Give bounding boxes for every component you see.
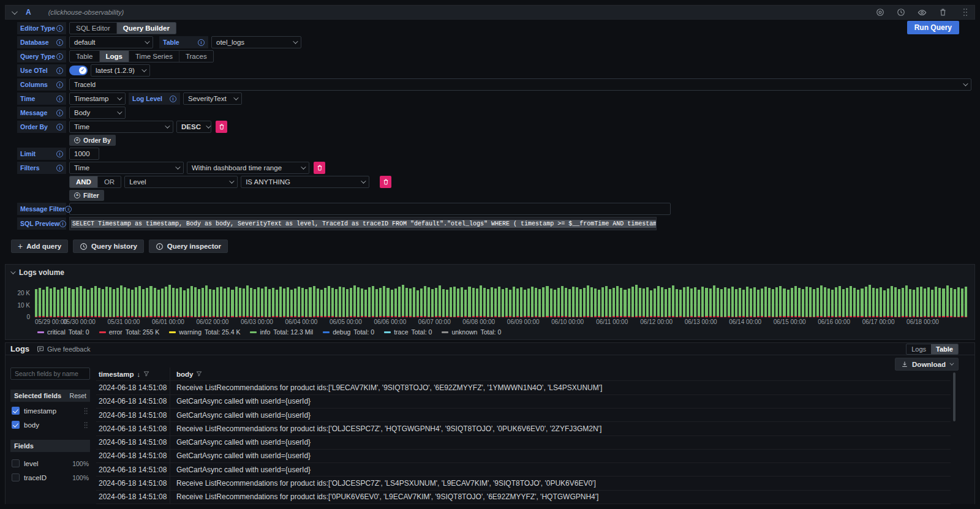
query-type-time-series[interactable]: Time Series [129,51,179,62]
checkbox-checked-icon[interactable] [12,421,20,429]
info-icon[interactable] [198,39,205,46]
info-icon[interactable] [56,96,63,102]
legend-item-error[interactable]: errorTotal: 255 K [99,328,160,336]
time-column-select[interactable]: Timestamp [69,92,126,105]
and-option[interactable]: AND [70,176,98,187]
field-level[interactable]: level 100% [10,458,90,469]
order-by-field-select[interactable]: Time [69,121,173,133]
reset-button[interactable]: Reset [70,392,86,399]
info-icon[interactable] [56,81,63,88]
body-cell: Receive ListRecommendations for product … [170,491,951,503]
timestamp-column-header[interactable]: timestamp [96,371,170,378]
columns-multiselect[interactable]: TraceId [69,78,971,91]
order-by-direction-select[interactable]: DESC [176,121,211,133]
use-otel-toggle[interactable] [69,66,88,75]
limit-input[interactable] [69,148,99,160]
legend-item-critical[interactable]: criticalTotal: 0 [37,328,89,336]
info-icon[interactable] [170,96,176,102]
volume-bar [853,288,856,317]
log-level-select[interactable]: SeverityText [183,92,242,105]
body-column-header[interactable]: body [170,368,951,380]
database-select[interactable]: default [69,36,153,48]
use-otel-row: Use OTel latest (1.2.9) [17,64,975,77]
query-builder-option[interactable]: Query Builder [117,23,176,34]
legend-item-trace[interactable]: traceTotal: 0 [384,328,432,336]
legend-item-debug[interactable]: debugTotal: 0 [323,328,374,336]
drag-handle-icon[interactable] [85,408,88,414]
remove-order-by-button[interactable] [216,121,227,133]
field-traceid[interactable]: traceID 100% [10,472,90,483]
legend-item-info[interactable]: infoTotal: 12.3 Mil [250,328,313,336]
view-logs-option[interactable]: Logs [907,344,931,354]
info-icon[interactable] [56,124,63,130]
legend-item-warning[interactable]: warningTotal: 25.4 K [169,328,240,336]
volume-bar [913,290,915,317]
conjunction-switch: AND OR [69,176,121,188]
query-row-header: A (clickhouse-observability) [5,5,975,20]
info-icon[interactable] [56,151,63,157]
database-label: Database [17,36,66,48]
add-filter-button[interactable]: Filter [69,190,104,201]
query-type-table[interactable]: Table [70,51,100,62]
filter-funnel-icon[interactable] [143,371,149,378]
info-icon[interactable] [65,206,72,213]
info-icon[interactable] [59,221,66,227]
remove-query-trash-icon[interactable] [938,7,948,17]
volume-bar [724,287,726,318]
info-icon[interactable] [56,39,63,46]
drag-handle-icon[interactable] [85,422,88,428]
query-inspector-button[interactable]: Query inspector [149,239,228,253]
info-icon[interactable] [56,53,63,60]
view-table-option[interactable]: Table [931,344,958,354]
query-type-logs[interactable]: Logs [100,51,129,62]
remove-filter-button[interactable] [314,162,325,174]
query-history-icon[interactable] [896,7,906,17]
remove-filter2-button[interactable] [380,176,391,188]
filter-operator-select[interactable]: Within dashboard time range [187,162,309,174]
table-row: 2024-06-18 14:51:08Receive ListRecommend… [96,381,951,394]
volume-bar [227,287,230,317]
add-query-button[interactable]: Add query [11,239,68,253]
query-history-button[interactable]: Query history [73,239,144,253]
limit-row: Limit [17,148,975,160]
checkbox-unchecked-icon[interactable] [12,473,20,481]
message-filter-label: Message Filter [17,203,66,215]
search-fields-input[interactable] [10,368,90,380]
info-icon[interactable] [56,165,63,172]
eye-icon[interactable] [917,7,927,17]
x-axis: 05/29 00:0005/30 00:0005/31 00:0006/01 0… [35,317,967,326]
message-filter-input[interactable] [69,203,671,215]
volume-bar [161,288,164,317]
logs-table-view-toggle: Logs Table [906,344,959,355]
table-select[interactable]: otel_logs [211,36,301,48]
filter-funnel-icon[interactable] [196,371,202,378]
filter2-field-select[interactable]: Level [124,176,238,188]
x-axis-tick: 06/01 00:00 [152,319,184,325]
disable-query-icon[interactable] [875,7,885,17]
volume-bar [239,288,241,317]
collapse-chevron-icon[interactable] [12,9,18,15]
checkbox-unchecked-icon[interactable] [12,459,20,467]
info-icon[interactable] [56,110,63,116]
sort-desc-icon[interactable] [137,371,141,378]
filter-field-select[interactable]: Time [69,162,184,174]
or-option[interactable]: OR [98,176,121,187]
sql-editor-option[interactable]: SQL Editor [70,23,117,34]
legend-item-unknown[interactable]: unknownTotal: 0 [442,328,501,336]
run-query-button[interactable]: Run Query [907,21,959,34]
drag-handle-icon[interactable] [963,9,968,16]
selected-field-timestamp[interactable]: timestamp [10,405,90,416]
add-order-by-button[interactable]: Order By [69,135,116,146]
table-scrollbar[interactable] [953,372,956,421]
query-type-traces[interactable]: Traces [179,51,213,62]
selected-field-body[interactable]: body [10,420,90,430]
checkbox-checked-icon[interactable] [12,407,20,415]
info-icon[interactable] [56,67,63,74]
otel-version-select[interactable]: latest (1.2.9) [91,64,150,77]
sql-preview-box[interactable]: SELECT Timestamp as timestamp, Body as b… [69,217,657,230]
filter2-operator-select[interactable]: IS ANYTHING [241,176,369,188]
logs-volume-title-row[interactable]: Logs volume [10,267,970,278]
give-feedback-link[interactable]: Give feedback [37,345,90,353]
message-column-select[interactable]: Body [69,107,126,119]
info-icon[interactable] [56,25,63,32]
